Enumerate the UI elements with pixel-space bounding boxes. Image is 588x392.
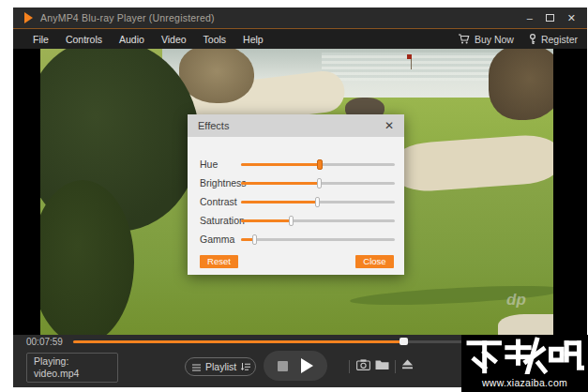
gamma-label: Gamma — [200, 234, 241, 245]
watermark-glyphs-icon — [466, 337, 584, 378]
register-button[interactable]: Register — [529, 34, 578, 45]
hue-slider-row: Hue — [200, 158, 395, 171]
saturation-label: Saturation — [200, 215, 241, 226]
brightness-slider-thumb[interactable] — [317, 178, 322, 188]
contrast-label: Contrast — [200, 196, 241, 207]
video-dp-watermark: dp — [506, 291, 526, 309]
contrast-slider-thumb[interactable] — [315, 197, 320, 207]
playlist-label: Playlist — [205, 361, 236, 372]
site-watermark: 下载吧 www.xiazaiba.com — [461, 335, 588, 392]
effects-dialog-close-icon[interactable]: ✕ — [384, 120, 394, 131]
now-playing-label: Playing: — [34, 355, 111, 368]
close-effects-button[interactable]: Close — [355, 255, 394, 268]
close-button[interactable]: ✕ — [567, 13, 576, 23]
hue-label: Hue — [200, 158, 241, 170]
now-playing-box: Playing: video.mp4 — [26, 353, 118, 383]
gamma-slider[interactable] — [241, 238, 395, 241]
cart-icon — [458, 34, 470, 44]
app-logo-icon — [24, 12, 33, 23]
open-folder-button[interactable] — [375, 359, 389, 370]
toolbar-divider — [395, 360, 396, 373]
gamma-slider-thumb[interactable] — [252, 234, 257, 245]
menubar-right: Buy Now Register — [458, 34, 578, 45]
menu-video[interactable]: Video — [153, 31, 195, 48]
watermark-text: 下载吧 — [524, 335, 525, 336]
video-flag — [407, 54, 412, 59]
menu-file[interactable]: File — [24, 31, 57, 48]
transport-pill — [264, 351, 327, 381]
play-button[interactable] — [301, 358, 313, 373]
seek-bar-thumb[interactable] — [400, 338, 408, 345]
minimize-button[interactable]: – — [527, 13, 533, 23]
contrast-slider[interactable] — [241, 201, 395, 204]
key-icon — [529, 34, 536, 45]
maximize-icon — [546, 14, 554, 22]
effects-dialog-title: Effects — [198, 120, 384, 131]
saturation-slider-row: Saturation — [200, 214, 395, 227]
buy-now-button[interactable]: Buy Now — [458, 34, 514, 45]
menu-bar: File Controls Audio Video Tools Help Buy… — [13, 29, 587, 49]
reset-button[interactable]: Reset — [200, 255, 238, 268]
effects-dialog-header[interactable]: Effects ✕ — [188, 114, 404, 137]
toolbar-divider — [349, 360, 350, 373]
brightness-slider[interactable] — [241, 182, 395, 185]
menu-items: File Controls Audio Video Tools Help — [24, 31, 272, 48]
maximize-button[interactable] — [546, 13, 554, 23]
window-controls: – ✕ — [527, 13, 580, 23]
effects-dialog-body: Hue Brightness Contrast Saturation Gamma — [188, 137, 404, 246]
effects-dialog: Effects ✕ Hue Brightness Contrast Satura… — [188, 114, 404, 275]
elapsed-time: 00:07:59 — [26, 337, 71, 347]
saturation-slider-thumb[interactable] — [289, 216, 294, 226]
watermark-url: www.xiazaiba.com — [482, 377, 567, 388]
menu-tools[interactable]: Tools — [195, 31, 235, 48]
menu-help[interactable]: Help — [234, 31, 272, 48]
video-bunker-corner — [498, 314, 553, 335]
window-title: AnyMP4 Blu-ray Player (Unregistered) — [40, 12, 527, 23]
playlist-order-icon — [241, 358, 250, 375]
screenshot-page: AnyMP4 Blu-ray Player (Unregistered) – ✕… — [0, 0, 588, 392]
brightness-label: Brightness — [200, 177, 241, 188]
hue-slider[interactable] — [241, 163, 395, 166]
menu-controls[interactable]: Controls — [57, 31, 111, 48]
now-playing-file: video.mp4 — [34, 368, 111, 380]
seek-bar-fill — [73, 340, 403, 343]
video-cliffs — [489, 49, 553, 120]
contrast-slider-row: Contrast — [200, 195, 395, 208]
eject-button[interactable] — [401, 359, 414, 369]
gamma-slider-row: Gamma — [200, 233, 395, 246]
snapshot-button[interactable] — [356, 359, 370, 370]
effects-dialog-footer: Reset Close — [188, 255, 404, 268]
stop-button[interactable] — [278, 361, 288, 371]
title-bar[interactable]: AnyMP4 Blu-ray Player (Unregistered) – ✕ — [13, 8, 587, 28]
brightness-slider-row: Brightness — [200, 176, 395, 189]
playlist-button[interactable]: Playlist — [185, 357, 256, 376]
list-icon — [192, 358, 201, 375]
menu-audio[interactable]: Audio — [111, 31, 153, 48]
saturation-slider[interactable] — [241, 219, 395, 222]
hue-slider-thumb[interactable] — [317, 159, 323, 170]
